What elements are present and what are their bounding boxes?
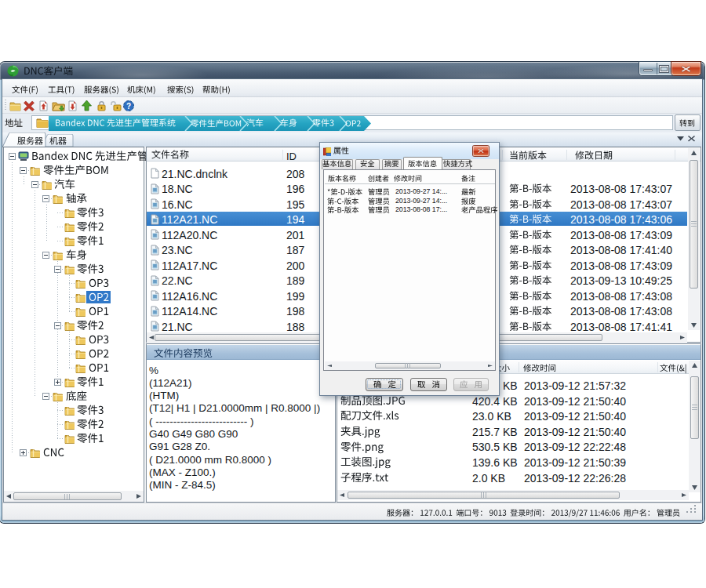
svg-text:?: ? [126, 102, 131, 111]
